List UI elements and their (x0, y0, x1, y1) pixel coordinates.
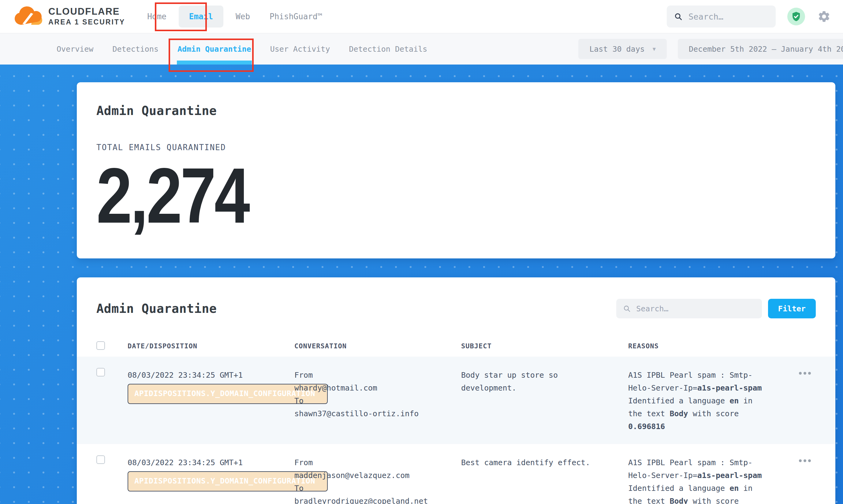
col-reasons: REASONS (628, 342, 779, 350)
tab-detection-details[interactable]: Detection Details (348, 33, 428, 65)
page-content: Admin Quarantine TOTAL EMAILS QUARANTINE… (0, 65, 843, 504)
global-search[interactable] (667, 5, 776, 28)
quarantine-table: DATE/DISPOSITION CONVERSATION SUBJECT RE… (96, 338, 816, 504)
col-date-disposition: DATE/DISPOSITION (128, 342, 294, 350)
date-range-display[interactable]: December 5th 2022 — January 4th 2023 (678, 39, 843, 59)
from-label: From (294, 369, 461, 382)
tab-detections[interactable]: Detections (112, 33, 159, 65)
global-search-input[interactable] (688, 12, 768, 21)
date-cell: 08/03/2022 23:34:25 GMT+1 (128, 369, 294, 382)
table-header-row: DATE/DISPOSITION CONVERSATION SUBJECT RE… (96, 338, 816, 357)
to-label: To (294, 395, 461, 407)
to-label: To (294, 482, 461, 495)
table-card-header: Admin Quarantine Filter (96, 299, 816, 318)
brand-text: CLOUDFLARE AREA 1 SECURITY (48, 7, 125, 26)
row-actions-menu[interactable] (799, 460, 811, 462)
summary-card-title: Admin Quarantine (96, 104, 816, 118)
table-search-input[interactable] (636, 304, 755, 313)
email-section-tabs: Overview Detections Admin Quarantine Use… (0, 33, 843, 65)
brand-subtitle: AREA 1 SECURITY (48, 18, 125, 26)
row-checkbox[interactable] (96, 455, 105, 464)
shield-check-icon (791, 11, 802, 22)
to-address: bradleyrodriguez@copeland.net (294, 495, 461, 504)
cloudflare-cloud-icon (12, 5, 44, 28)
primary-nav: Home Email Web PhishGuard™ (145, 5, 324, 28)
reasons-cell: A1S IPBL Pearl spam : Smtp- Helo-Server-… (628, 456, 779, 504)
cloudflare-logo[interactable]: CLOUDFLARE AREA 1 SECURITY (12, 5, 125, 28)
metric-label: TOTAL EMAILS QUARANTINED (96, 143, 816, 152)
to-address: shawn37@castillo-ortiz.info (294, 407, 461, 420)
subject-cell: Body star up store so development. (461, 369, 628, 395)
brand-name: CLOUDFLARE (48, 7, 125, 17)
metric-value: 2,274 (96, 156, 248, 235)
tab-admin-quarantine[interactable]: Admin Quarantine (177, 33, 252, 65)
filter-button[interactable]: Filter (768, 299, 816, 318)
col-subject: SUBJECT (461, 342, 628, 350)
date-cell: 08/03/2022 23:34:25 GMT+1 (128, 456, 294, 469)
col-conversation: CONVERSATION (294, 342, 461, 350)
select-all-checkbox[interactable] (96, 341, 105, 350)
quarantine-table-card: Admin Quarantine Filter DATE/DISPOSITION… (77, 277, 835, 504)
subject-cell: Best camera identify effect. (461, 456, 628, 469)
table-card-title: Admin Quarantine (96, 302, 217, 316)
settings-button[interactable] (817, 10, 831, 23)
chevron-down-icon: ▼ (653, 46, 656, 52)
row-checkbox[interactable] (96, 368, 105, 376)
date-controls: Last 30 days ▼ December 5th 2022 — Janua… (578, 33, 843, 65)
reasons-cell: A1S IPBL Pearl spam : Smtp- Helo-Server-… (628, 369, 779, 433)
tab-overview[interactable]: Overview (56, 33, 94, 65)
from-address: maddenjason@velazquez.com (294, 469, 461, 482)
row-actions-menu[interactable] (799, 372, 811, 375)
nav-item-email[interactable]: Email (179, 5, 223, 28)
time-range-dropdown[interactable]: Last 30 days ▼ (578, 39, 667, 59)
nav-item-phishguard[interactable]: PhishGuard™ (268, 9, 324, 24)
from-label: From (294, 456, 461, 469)
conversation-cell: From whardy@hotmail.com To shawn37@casti… (294, 369, 461, 420)
tab-user-activity[interactable]: User Activity (269, 33, 331, 65)
table-row: 08/03/2022 23:34:25 GMT+1 From maddenjas… (96, 444, 816, 504)
nav-item-home[interactable]: Home (145, 9, 168, 24)
from-address: whardy@hotmail.com (294, 382, 461, 395)
gear-icon (817, 10, 831, 23)
conversation-cell: From maddenjason@velazquez.com To bradle… (294, 456, 461, 504)
top-navbar: CLOUDFLARE AREA 1 SECURITY Home Email We… (0, 0, 843, 33)
date-range-text: December 5th 2022 — January 4th 2023 (689, 44, 843, 54)
table-search[interactable] (616, 299, 762, 318)
nav-item-web[interactable]: Web (234, 9, 252, 24)
protection-status-badge[interactable] (787, 8, 805, 25)
table-row: 08/03/2022 23:34:25 GMT+1 From whardy@ho… (77, 357, 835, 444)
time-range-label: Last 30 days (589, 44, 645, 54)
quarantine-summary-card: Admin Quarantine TOTAL EMAILS QUARANTINE… (77, 82, 835, 258)
search-icon (623, 304, 631, 313)
search-icon (674, 12, 682, 21)
